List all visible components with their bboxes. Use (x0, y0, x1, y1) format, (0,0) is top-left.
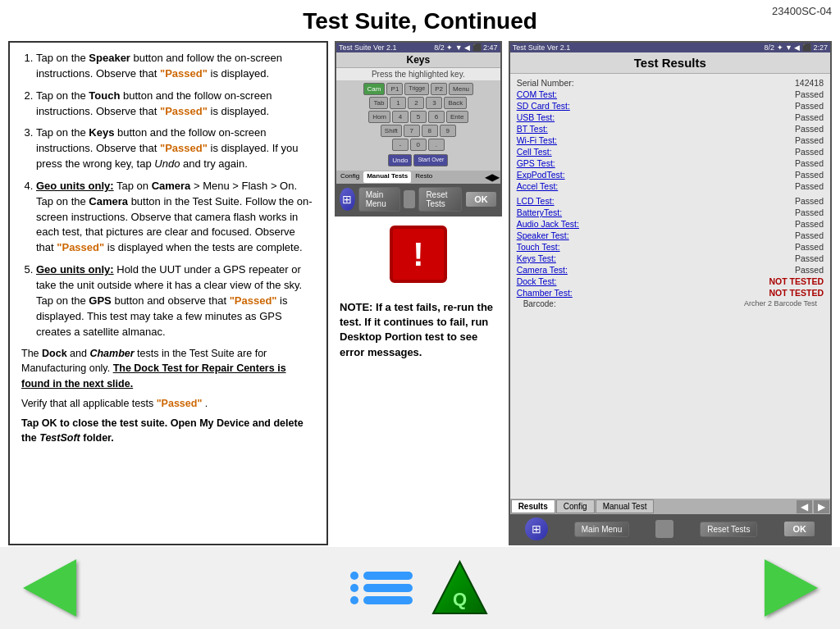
right-panel: Test Suite Ver 2.1 8/2 ✦ ▼ ◀ ⬛ 2:47 Keys… (335, 41, 832, 545)
speaker-test-label: Speaker Test: (517, 230, 569, 240)
ok-button-right[interactable]: OK (783, 521, 815, 537)
5-key[interactable]: 5 (410, 111, 427, 123)
1-key[interactable]: 1 (390, 97, 406, 109)
manual-test-tab[interactable]: Manual Test (596, 499, 655, 513)
7-key[interactable]: 7 (404, 125, 420, 137)
keys-row-2: Tab 1 2 3 Back (339, 97, 498, 109)
sdcard-test-label: SD Card Test: (517, 101, 570, 111)
tab-key[interactable]: Tab (369, 97, 388, 109)
tab-arrows[interactable]: ◀▶ (485, 171, 500, 183)
svg-text:Q: Q (452, 589, 466, 609)
3-key[interactable]: 3 (426, 97, 442, 109)
main-menu-button-left[interactable]: Main Menu (358, 187, 400, 212)
prev-tab-arrow[interactable]: ◀ (797, 500, 812, 513)
keys-test-label: Keys Test: (517, 253, 556, 263)
ok-button-left[interactable]: OK (465, 191, 497, 207)
phone-keys-title: Keys (336, 52, 500, 68)
6-key[interactable]: 6 (428, 111, 445, 123)
results-statusbar: Test Suite Ver 2.1 8/2 ✦ ▼ ◀ ⬛ 2:27 (510, 43, 830, 52)
tab-nav-arrows: ◀ ▶ (797, 500, 829, 513)
instruction-4: Geo units only: Tap on Camera > Menu > F… (36, 179, 315, 256)
2-key[interactable]: 2 (408, 97, 424, 109)
chamber-test-row: Chamber Test: NOT TESTED (517, 287, 824, 299)
barcode-value: Archer 2 Barcode Test (744, 299, 817, 308)
chamber-test-label: Chamber Test: (517, 288, 573, 298)
device-icon-right (655, 520, 673, 538)
prev-arrow-container (16, 559, 82, 617)
phone-keys-subtitle: Press the highlighted key. (336, 68, 500, 80)
note-section: The Dock and Chamber tests in the Test S… (21, 346, 315, 445)
bottom-center-area: Q (350, 558, 491, 619)
startover-key[interactable]: Start Over (413, 154, 448, 166)
config-tab-results[interactable]: Config (556, 499, 595, 513)
phone-keys-tabs: Config Manual Tests Resto ◀▶ (336, 171, 500, 184)
speaker-test-row: Speaker Test: Passed (517, 230, 824, 241)
usb-test-value: Passed (795, 112, 824, 122)
menu-bar-3 (363, 596, 413, 604)
battery-test-value: Passed (795, 207, 824, 217)
p1-key[interactable]: P1 (386, 83, 403, 95)
ente-key[interactable]: Ente (446, 111, 468, 123)
exppod-test-value: Passed (795, 170, 824, 180)
reset-tests-button-left[interactable]: Reset Tests (418, 187, 462, 212)
menu-key[interactable]: Menu (449, 83, 473, 95)
instruction-3: Tap on the Keys button and the follow on… (36, 125, 315, 172)
camera-test-value: Passed (795, 265, 824, 275)
q-button-container: Q (429, 558, 491, 619)
shift-key[interactable]: Shift (381, 125, 402, 137)
keys-undo-row: Undo Start Over (339, 154, 498, 166)
menu-bar-2 (363, 584, 413, 592)
sdcard-test-value: Passed (795, 101, 824, 111)
next-page-arrow[interactable] (765, 559, 818, 617)
menu-dot-2 (350, 584, 358, 592)
undo-key[interactable]: Undo (388, 154, 412, 166)
trigge-key[interactable]: Trigge (404, 83, 429, 95)
bt-test-value: Passed (795, 124, 824, 134)
main-menu-button-right[interactable]: Main Menu (574, 522, 629, 537)
lcd-test-label: LCD Test: (517, 196, 555, 206)
keys-row-1: Cam P1 Trigge P2 Menu (339, 83, 498, 95)
results-action-bar: ⊞ Main Menu Reset Tests OK (510, 514, 830, 544)
reset-tests-button-right[interactable]: Reset Tests (700, 522, 757, 537)
chamber-test-value: NOT TESTED (769, 288, 824, 298)
cam-key[interactable]: Cam (363, 83, 386, 95)
content-area: Tap on the Speaker button and follow the… (0, 41, 840, 545)
menu-bar-1 (363, 572, 413, 580)
left-panel: Tap on the Speaker button and follow the… (8, 41, 328, 545)
windows-button-right[interactable]: ⊞ (525, 517, 548, 540)
prev-page-arrow[interactable] (23, 559, 76, 617)
0-key[interactable]: 0 (410, 139, 427, 151)
serial-label: Serial Number: (517, 78, 574, 88)
9-key[interactable]: 9 (440, 125, 456, 137)
accel-test-row: Accel Test: Passed (517, 180, 824, 192)
menu-item-3 (350, 596, 413, 604)
usb-test-row: USB Test: Passed (517, 112, 824, 123)
windows-button[interactable]: ⊞ (340, 188, 355, 211)
dot-key[interactable]: . (428, 139, 445, 151)
sdcard-test-row: SD Card Test: Passed (517, 100, 824, 112)
bt-test-row: BT Test: Passed (517, 123, 824, 134)
resto-tab[interactable]: Resto (412, 171, 436, 183)
4-key[interactable]: 4 (392, 111, 409, 123)
p2-key[interactable]: P2 (431, 83, 447, 95)
config-tab[interactable]: Config (337, 171, 363, 183)
manual-tests-tab[interactable]: Manual Tests (363, 171, 411, 183)
alert-icon (390, 226, 447, 283)
results-tabs: Results Config Manual Test ◀ ▶ (510, 499, 830, 514)
accel-test-label: Accel Test: (517, 181, 559, 191)
battery-test-row: BatteryTest: Passed (517, 207, 824, 218)
results-heading: Test Results (510, 52, 830, 74)
back-key[interactable]: Back (444, 97, 467, 109)
results-table: Serial Number: 142418 COM Test: Passed S… (510, 74, 830, 499)
bt-test-label: BT Test: (517, 124, 548, 134)
q-triangle[interactable]: Q (429, 558, 491, 619)
8-key[interactable]: 8 (422, 125, 438, 137)
touch-test-value: Passed (795, 242, 824, 252)
wifi-test-label: Wi-Fi Test: (517, 135, 557, 145)
dock-test-row: Dock Test: NOT TESTED (517, 276, 824, 287)
hom-key[interactable]: Hom (368, 111, 390, 123)
next-tab-arrow[interactable]: ▶ (814, 500, 829, 513)
results-tab[interactable]: Results (511, 499, 555, 513)
com-test-value: Passed (795, 89, 824, 99)
dash-key[interactable]: - (392, 139, 409, 151)
